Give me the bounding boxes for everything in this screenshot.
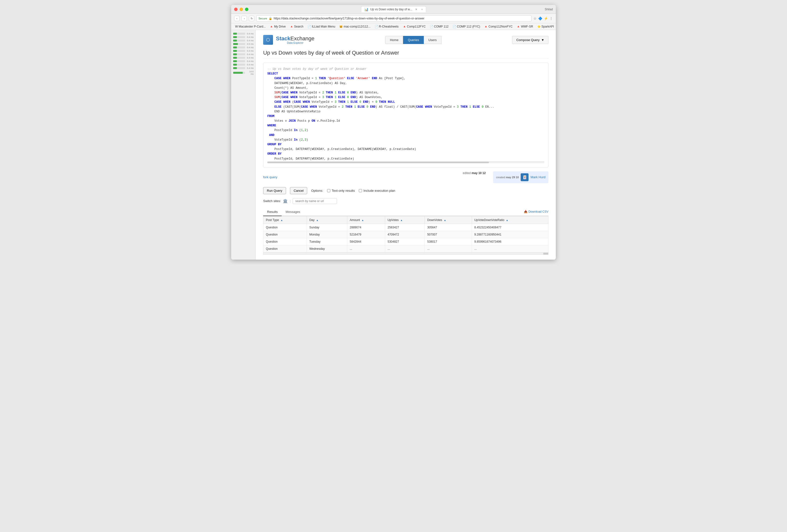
perf-row: 0.4 ms (231, 36, 256, 39)
code-line-10: PostTypeId In (1,2) (267, 128, 544, 133)
cell-upvotes: 2583427 (385, 224, 425, 231)
tab-messages[interactable]: Messages (282, 208, 304, 216)
cell-ratio: 9.288771160950441 (472, 231, 548, 238)
cell-post-type: Question (263, 238, 307, 245)
new-tab-icon[interactable]: + (421, 8, 423, 11)
star-icon: ⭐ (537, 25, 541, 28)
menu-icon[interactable]: ⋮ (549, 17, 553, 20)
compose-label: Compose Query (516, 38, 539, 42)
col-ratio[interactable]: UpVoteDownVoteRatio ▲ (472, 216, 548, 224)
bookmark-wmf-sr[interactable]: 🔺 WMF-SR (515, 24, 534, 29)
close-button[interactable] (234, 8, 238, 11)
performance-panel: 0.4 ms 0.4 ms 0.4 ms 0.5 ms 0.4 ms 0.4 m… (231, 30, 256, 260)
logo-symbol: ⬡ (266, 37, 270, 43)
bookmark-macalester[interactable]: W Macalester P-Card... (234, 24, 267, 29)
code-line-groupby: GROUP BY (267, 142, 544, 147)
bookmark-icon: 📄 (430, 25, 433, 28)
exec-plan-label: Include execution plan (363, 189, 395, 193)
code-line-6: CASE WHEN (CASE WHEN VoteTypeId = 3 THEN… (267, 100, 544, 105)
nav-tab-users[interactable]: Users (424, 36, 442, 44)
extension2-icon[interactable]: ⚡ (544, 17, 548, 20)
minimize-button[interactable] (239, 8, 243, 11)
col-amount[interactable]: Amount ▲ (347, 216, 385, 224)
col-post-type[interactable]: Post Type ▲ (263, 216, 307, 224)
creator-name-link[interactable]: Mark Hurd (531, 175, 546, 179)
scroll-thumb[interactable] (543, 253, 548, 255)
bookmark-sparkapi[interactable]: ⭐ SparkAPI (536, 24, 555, 29)
code-scrollbar[interactable] (267, 161, 544, 163)
tab-close-icon[interactable]: ✕ (415, 8, 417, 11)
perf-bar (233, 46, 237, 48)
code-line-7: ELSE (CAST(SUM(CASE WHEN VoteTypeId = 2 … (267, 105, 544, 109)
refresh-button[interactable]: ↻ (249, 16, 254, 21)
bookmark-search[interactable]: 🔺 Search (289, 24, 304, 29)
bookmark-label: Macalester P-Card... (238, 25, 265, 28)
bookmark-illiad[interactable]: 📄 ILLiad Main Menu (306, 24, 336, 29)
table-row: Question Sunday 2889074 2583427 305647 8… (263, 224, 549, 231)
tab-results[interactable]: Results (263, 208, 282, 216)
table-scroll-indicator[interactable] (263, 252, 549, 255)
maximize-button[interactable] (245, 8, 249, 11)
cancel-button[interactable]: Cancel (290, 187, 307, 194)
cell-downvotes: 538017 (425, 238, 472, 245)
logo-stack: Stack (276, 36, 291, 42)
perf-row: 0.4 ms (231, 63, 256, 66)
cell-amount: 5842844 (347, 238, 385, 245)
bookmark-comp112fyc[interactable]: 🔺 Comp112FYC (402, 24, 427, 29)
extension1-icon[interactable]: 🔷 (538, 17, 542, 20)
compose-query-button[interactable]: Compose Query ▼ (512, 36, 549, 44)
bookmark-my-drive[interactable]: 🔺 My Drive (269, 24, 286, 29)
code-line-select: SELECT (267, 71, 544, 76)
perf-bar-container (233, 64, 245, 66)
bookmark-label: COMP 112 (434, 25, 449, 28)
url-bar[interactable]: Secure 🔒 https://data.stackexchange.com/… (256, 15, 531, 22)
code-line-3: Count(*) AS Amount, (267, 86, 544, 90)
back-button[interactable]: ‹ (234, 16, 239, 21)
code-line-8: END AS UpVoteDownVoteRatio (267, 109, 544, 114)
code-editor[interactable]: -- Up vs Down votes by day of week of Qu… (263, 63, 549, 168)
perf-bar-container (233, 60, 245, 62)
bookmark-comp112[interactable]: 📄 COMP 112 (429, 24, 450, 29)
perf-row: 0.4 ms (231, 66, 256, 70)
scrollbar-thumb[interactable] (267, 162, 489, 163)
site-search-input[interactable] (293, 198, 337, 204)
col-upvotes[interactable]: UpVotes ▲ (385, 216, 425, 224)
col-day[interactable]: Day ▲ (307, 216, 347, 224)
forward-button[interactable]: › (241, 16, 247, 21)
text-only-checkbox-label[interactable]: Text-only results (327, 189, 355, 193)
text-only-checkbox[interactable] (327, 189, 330, 192)
perf-row: 0.5 ms (231, 42, 256, 46)
code-line-13: PostTypeId, DATEPART(WEEKDAY, p.Creation… (267, 157, 544, 161)
avatar-icon: 🃏 (523, 175, 527, 179)
traffic-lights (234, 8, 249, 11)
bookmark-mac-comp[interactable]: 🐱 mac-comp112/112... (338, 24, 371, 29)
bookmark-comp112fyc2[interactable]: 📄 COMP 112 (FYC) (451, 24, 481, 29)
page-title: Up vs Down votes by day of week of Quest… (263, 50, 549, 59)
table-row: Question Wednesday ... ... ... ... (263, 245, 549, 252)
nav-tab-home[interactable]: Home (385, 36, 403, 44)
url-text: https://data.stackexchange.com/stackover… (274, 17, 425, 20)
code-line-9: Votes v JOIN Posts p ON v.PostId=p.Id (267, 119, 544, 124)
switch-sites-row: Switch sites: 🏛️ | (263, 198, 549, 204)
bookmark-label: SparkAPI (541, 25, 554, 28)
code-line-and: AND (267, 133, 544, 138)
exec-plan-checkbox[interactable] (359, 189, 362, 192)
run-query-button[interactable]: Run Query (263, 187, 286, 194)
fork-query-link[interactable]: fork query (263, 175, 277, 179)
bookmark-comp112nonfyc[interactable]: 🔺 Comp112NonFYC (483, 24, 513, 29)
perf-bar (233, 40, 237, 42)
perf-bar (233, 60, 237, 62)
nav-tab-queries[interactable]: Queries (403, 36, 424, 44)
main-layout: 0.4 ms 0.4 ms 0.4 ms 0.5 ms 0.4 ms 0.4 m… (231, 30, 556, 260)
bookmark-r-cheatsheets[interactable]: 📄 R-Cheatsheets (374, 24, 400, 29)
browser-tab[interactable]: 📊 Up vs Down votes by day of w... ✕ + (361, 6, 426, 12)
download-csv-link[interactable]: 📥 Download CSV (524, 210, 549, 214)
exec-plan-checkbox-label[interactable]: Include execution plan (359, 189, 395, 193)
meta-right: edited may 10 12 created may 29 10 🃏 Mar… (463, 171, 549, 183)
star-icon[interactable]: ☆ (533, 17, 537, 20)
bookmark-label: R-Cheatsheets (379, 25, 399, 28)
cell-downvotes: 507007 (425, 231, 472, 238)
col-downvotes[interactable]: DownVotes ▲ (425, 216, 472, 224)
perf-row: 0.4 ms (231, 49, 256, 52)
edited-label: edited (463, 171, 471, 175)
